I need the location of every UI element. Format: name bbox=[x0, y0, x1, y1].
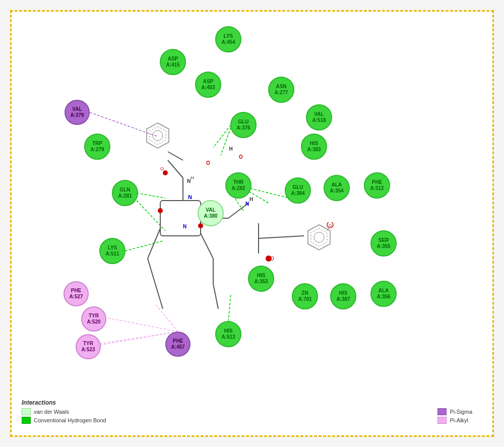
legend-label-pialkyl: Pi-Alkyl bbox=[450, 417, 468, 423]
legend-item-pialkyl: Pi-Alkyl bbox=[437, 417, 472, 424]
svg-point-19 bbox=[314, 232, 324, 242]
svg-text:H: H bbox=[191, 175, 194, 180]
svg-point-26 bbox=[198, 223, 203, 228]
legend-right: Pi-Sigma Pi-Alkyl bbox=[437, 408, 472, 425]
svg-line-45 bbox=[148, 228, 160, 259]
legend-color-pialkyl bbox=[437, 417, 447, 424]
svg-line-5 bbox=[213, 125, 231, 148]
node-PHE-527: PHEA:527 bbox=[64, 281, 89, 306]
diagram-container: O N O N H H bbox=[10, 10, 494, 437]
ligand-structure: N O N H H N O bbox=[12, 12, 492, 435]
svg-line-33 bbox=[168, 152, 183, 160]
node-ASN-277: ASNA:277 bbox=[268, 77, 294, 103]
node-HIS-353: HISA:353 bbox=[248, 266, 274, 292]
oxygen-1: O bbox=[206, 160, 210, 166]
legend-item-vdw: van der Waals bbox=[22, 408, 106, 415]
svg-point-25 bbox=[158, 208, 163, 213]
svg-line-28 bbox=[168, 160, 183, 178]
legend-item-pisigma: Pi-Sigma bbox=[437, 408, 472, 415]
svg-line-7 bbox=[137, 193, 165, 198]
diagram-area: O N O N H H bbox=[12, 12, 492, 435]
legend-label-pisigma: Pi-Sigma bbox=[450, 409, 472, 415]
svg-line-41 bbox=[259, 236, 304, 238]
svg-text:H: H bbox=[249, 197, 253, 202]
legend-title: Interactions bbox=[22, 399, 106, 406]
node-HIS-513: HISA:513 bbox=[215, 321, 241, 347]
svg-line-42 bbox=[201, 233, 213, 259]
svg-text:N: N bbox=[188, 194, 192, 200]
benzene-ring-top bbox=[143, 120, 173, 153]
node-HIS-383: HISA:383 bbox=[301, 134, 327, 160]
svg-line-47 bbox=[155, 284, 163, 309]
node-VAL-518: VALA:518 bbox=[306, 104, 332, 131]
node-VAL-380: VALA:380 bbox=[198, 200, 224, 226]
legend-label-hbond: Conventional Hydrogen Bond bbox=[34, 417, 106, 423]
node-ASP-453: ASPA:453 bbox=[195, 72, 221, 98]
node-ASP-415: ASPA:415 bbox=[160, 49, 186, 75]
node-HIS-387: HISA:387 bbox=[330, 283, 356, 309]
connections-overlay bbox=[12, 12, 492, 435]
svg-line-2 bbox=[107, 318, 178, 332]
svg-text:O: O bbox=[270, 256, 274, 262]
node-TRP-279: TRPA:279 bbox=[84, 134, 110, 160]
svg-line-1 bbox=[155, 304, 178, 332]
node-TYR-520: TYRA:520 bbox=[81, 306, 106, 332]
oxygen-2: O bbox=[239, 154, 243, 160]
svg-point-39 bbox=[266, 256, 272, 262]
legend: Interactions van der Waals Conventional … bbox=[22, 399, 106, 425]
svg-point-29 bbox=[163, 170, 168, 175]
node-LYS-511: LYSA:511 bbox=[99, 238, 125, 264]
node-ZN-701: ZNA:701 bbox=[292, 283, 318, 309]
node-PHE-512: PHEA:512 bbox=[364, 172, 390, 199]
svg-point-16 bbox=[153, 131, 163, 141]
node-ALA-354: ALAA:354 bbox=[324, 175, 350, 201]
svg-line-4 bbox=[90, 332, 178, 347]
node-GLU-376: GLUA:376 bbox=[230, 112, 257, 138]
benzene-ring-bottom: O bbox=[304, 222, 334, 254]
svg-text:O: O bbox=[329, 223, 332, 228]
legend-item-hbond: Conventional Hydrogen Bond bbox=[22, 417, 106, 424]
svg-marker-18 bbox=[311, 228, 327, 246]
hydrogen-1: H bbox=[229, 146, 232, 152]
legend-color-hbond bbox=[22, 417, 31, 424]
svg-text:N: N bbox=[183, 224, 186, 229]
svg-text:N: N bbox=[187, 178, 191, 184]
node-LYS-454: LYSA:454 bbox=[215, 26, 241, 52]
node-ALA-356: ALAA:356 bbox=[370, 281, 397, 307]
node-TYR-523: TYRA:523 bbox=[76, 334, 101, 359]
svg-line-13 bbox=[228, 294, 231, 322]
svg-rect-23 bbox=[160, 201, 201, 236]
svg-text:O: O bbox=[160, 166, 164, 171]
svg-line-12 bbox=[125, 241, 163, 251]
svg-marker-15 bbox=[150, 126, 166, 145]
svg-line-46 bbox=[148, 259, 155, 284]
node-GLU-384: GLUA:384 bbox=[285, 177, 311, 204]
svg-line-35 bbox=[228, 203, 248, 218]
node-GLN-281: GLNA:281 bbox=[112, 180, 138, 206]
svg-text:N: N bbox=[245, 201, 249, 207]
legend-color-vdw bbox=[22, 408, 31, 415]
node-THR-282: THRA:282 bbox=[225, 172, 251, 199]
node-PHE-457: PHEA:457 bbox=[165, 332, 191, 357]
svg-line-8 bbox=[137, 201, 165, 231]
svg-line-44 bbox=[213, 284, 218, 309]
node-SER-355: SERA:355 bbox=[370, 230, 397, 257]
legend-color-pisigma bbox=[437, 408, 447, 415]
legend-label-vdw: van der Waals bbox=[34, 409, 69, 415]
node-VAL-379: VALA:379 bbox=[65, 100, 90, 125]
